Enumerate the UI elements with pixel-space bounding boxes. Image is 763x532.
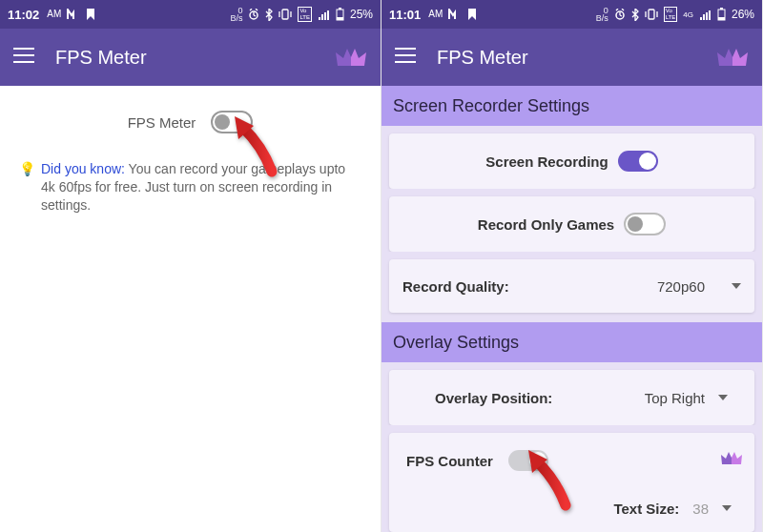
lightbulb-icon: 💡 <box>19 160 35 215</box>
text-size-value: 38 <box>692 501 709 517</box>
chevron-down-icon <box>722 505 732 511</box>
volte-badge-icon: VoLTE <box>664 7 678 22</box>
menu-icon[interactable] <box>13 48 34 67</box>
text-size-row[interactable]: Text Size: 38 <box>389 488 754 528</box>
app-bar: FPS Meter <box>0 29 381 86</box>
clock-time: 11:02 <box>8 8 39 22</box>
app-title: FPS Meter <box>437 47 695 69</box>
main-content-right: Screen Recorder Settings Screen Recordin… <box>382 86 762 532</box>
bluetooth-icon <box>631 9 639 21</box>
card-fps-counter: FPS Counter Text Size: 38 <box>389 433 754 532</box>
vibrate-icon <box>645 9 658 20</box>
premium-crown-icon[interactable] <box>716 45 749 70</box>
svg-rect-9 <box>718 17 725 20</box>
svg-rect-1 <box>282 10 288 19</box>
vibrate-icon <box>278 9 292 20</box>
status-bar: 11:01 AM 0B/s VoLTE 4G <box>382 0 762 29</box>
overlay-position-value: Top Right <box>645 390 705 406</box>
menu-icon[interactable] <box>395 48 416 67</box>
status-bar: 11:02 AM 0B/s VoLTE <box>0 0 381 29</box>
phone-left: 11:02 AM 0B/s VoLTE <box>0 0 382 532</box>
tip-row: 💡 Did you know: You can record your game… <box>19 160 361 215</box>
svg-rect-6 <box>649 10 654 19</box>
premium-crown-icon[interactable] <box>335 45 367 70</box>
fps-counter-toggle[interactable] <box>508 450 548 471</box>
master-toggle-label: FPS Meter <box>128 114 196 131</box>
main-content-left: FPS Meter 💡 Did you know: You can record… <box>0 86 381 215</box>
tip-label: Did you know: <box>41 161 125 176</box>
volte-badge-icon: VoLTE <box>298 7 312 22</box>
app-bar: FPS Meter <box>382 29 762 86</box>
alarm-icon <box>614 9 626 20</box>
net-speed-indicator: 0B/s <box>596 7 608 22</box>
chevron-down-icon <box>732 283 741 289</box>
record-only-games-toggle[interactable] <box>624 213 666 235</box>
card-screen-recording: Screen Recording <box>389 133 754 189</box>
bookmark-icon <box>86 9 95 20</box>
section-header-recorder: Screen Recorder Settings <box>382 86 762 126</box>
svg-rect-8 <box>720 8 723 10</box>
section-header-overlay: Overlay Settings <box>382 322 762 362</box>
clock-ampm: AM <box>47 9 61 20</box>
app-title: FPS Meter <box>55 47 314 69</box>
phone-right: 11:01 AM 0B/s VoLTE 4G <box>382 0 763 532</box>
battery-percent: 26% <box>732 8 754 21</box>
battery-percent: 25% <box>350 8 373 21</box>
battery-icon <box>336 8 344 21</box>
signal-icon <box>318 10 330 20</box>
signal-icon <box>699 10 711 20</box>
record-quality-label: Record Quality: <box>402 278 509 295</box>
record-quality-value: 720p60 <box>657 278 705 295</box>
net-speed-indicator: 0B/s <box>230 7 242 22</box>
card-record-only-games: Record Only Games <box>389 196 754 252</box>
clock-ampm: AM <box>428 9 443 20</box>
m-logo-icon <box>448 9 462 20</box>
card-record-quality[interactable]: Record Quality: 720p60 <box>389 259 754 313</box>
screen-recording-toggle[interactable] <box>618 151 658 172</box>
battery-icon <box>717 8 726 21</box>
alarm-icon <box>248 9 259 20</box>
bluetooth-icon <box>265 9 273 21</box>
network-4g-icon: 4G <box>683 10 693 19</box>
svg-rect-3 <box>339 8 341 10</box>
premium-crown-icon <box>720 449 743 469</box>
chevron-down-icon <box>718 395 728 400</box>
clock-time: 11:01 <box>389 8 421 22</box>
fps-counter-label: FPS Counter <box>406 453 493 469</box>
fps-meter-toggle[interactable] <box>211 111 253 133</box>
bookmark-icon <box>467 9 477 20</box>
screen-recording-label: Screen Recording <box>485 153 608 170</box>
overlay-position-label: Overlay Position: <box>435 390 552 406</box>
text-size-label: Text Size: <box>613 501 679 517</box>
record-only-games-label: Record Only Games <box>478 216 614 233</box>
m-logo-icon <box>67 9 80 20</box>
card-overlay-position[interactable]: Overlay Position: Top Right <box>389 370 754 425</box>
svg-rect-4 <box>337 17 343 20</box>
